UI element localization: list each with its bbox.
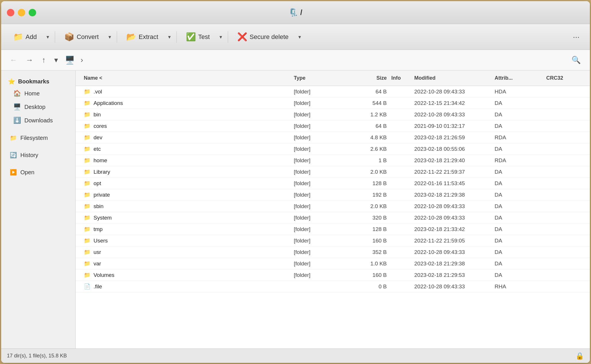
table-row[interactable]: 📁 System [folder] 320 B 2022-10-28 09:43… <box>76 212 590 224</box>
col-attrib[interactable]: Attrib... <box>492 73 544 83</box>
table-row[interactable]: 📁 .vol [folder] 64 B 2022-10-28 09:43:33… <box>76 86 590 97</box>
status-text: 17 dir(s), 1 file(s), 15.8 KB <box>7 353 67 359</box>
table-row[interactable]: 📁 dev [folder] 4.8 KB 2023-02-18 21:26:5… <box>76 132 590 143</box>
sidebar-item-downloads[interactable]: ⬇️ Downloads <box>3 114 74 127</box>
file-crc32-cell <box>544 125 584 127</box>
file-crc32-cell <box>544 217 584 219</box>
table-row[interactable]: 📁 cores [folder] 64 B 2021-09-10 01:32:1… <box>76 120 590 132</box>
sidebar-item-filesystem[interactable]: 📁 Filesystem <box>3 132 74 144</box>
file-attrib-cell: DA <box>492 214 544 222</box>
title-bar: 🗜️ / <box>1 1 590 24</box>
table-row[interactable]: 📁 private [folder] 192 B 2023-02-18 21:2… <box>76 189 590 201</box>
file-type-cell: [folder] <box>291 248 343 257</box>
folder-icon: 📁 <box>84 226 91 232</box>
back-button[interactable]: ← <box>7 53 20 67</box>
secure-delete-button[interactable]: ❌ Secure delete <box>232 29 294 44</box>
folder-icon: 📁 <box>84 249 91 255</box>
table-row[interactable]: 📁 sbin [folder] 2.0 KB 2022-10-28 09:43:… <box>76 201 590 212</box>
history-label: History <box>20 152 38 158</box>
sidebar-item-history[interactable]: 🔄 History <box>3 149 74 161</box>
col-size[interactable]: Size <box>343 73 389 83</box>
table-row[interactable]: 📁 Library [folder] 2.0 KB 2022-11-22 21:… <box>76 166 590 178</box>
file-size-cell: 2.0 KB <box>343 168 389 176</box>
extract-dropdown[interactable]: ▾ <box>166 31 172 43</box>
table-row[interactable]: 📁 usr [folder] 352 B 2022-10-28 09:43:33… <box>76 246 590 258</box>
add-button[interactable]: 📁 Add <box>8 29 42 44</box>
extract-button[interactable]: 📂 Extract <box>121 29 163 44</box>
table-row[interactable]: 📄 .file 0 B 2022-10-28 09:43:33 RHA <box>76 281 590 292</box>
search-button[interactable]: 🔍 <box>568 53 584 67</box>
file-crc32-cell <box>544 194 584 196</box>
file-attrib-cell: RHA <box>492 282 544 291</box>
table-row[interactable]: 📁 opt [folder] 128 B 2022-01-16 11:53:45… <box>76 178 590 189</box>
sidebar-item-home[interactable]: 🏠 Home <box>3 87 74 100</box>
table-row[interactable]: 📁 Applications [folder] 544 B 2022-12-15… <box>76 97 590 109</box>
col-info[interactable]: Info <box>389 73 412 83</box>
file-attrib-cell: DA <box>492 122 544 130</box>
file-name-cell: 📁 home <box>81 156 291 165</box>
forward-button[interactable]: → <box>23 53 36 67</box>
minimize-button[interactable] <box>18 9 25 16</box>
bookmarks-label: Bookmarks <box>18 78 49 85</box>
file-size-cell: 2.6 KB <box>343 145 389 153</box>
secure-delete-dropdown[interactable]: ▾ <box>297 31 303 43</box>
file-size-cell: 128 B <box>343 225 389 234</box>
file-name-text: System <box>94 215 112 221</box>
lock-icon: 🔒 <box>576 352 584 360</box>
file-modified-cell: 2022-11-22 21:59:37 <box>412 168 492 176</box>
file-size-cell: 192 B <box>343 191 389 199</box>
extract-icon: 📂 <box>126 32 136 42</box>
file-name-cell: 📁 Users <box>81 236 291 245</box>
table-row[interactable]: 📁 bin [folder] 1.2 KB 2022-10-28 09:43:3… <box>76 109 590 120</box>
file-size-cell: 160 B <box>343 236 389 245</box>
sidebar-item-desktop[interactable]: 🖥️ Desktop <box>3 100 74 113</box>
convert-button[interactable]: 📦 Convert <box>59 29 104 44</box>
col-type[interactable]: Type <box>291 73 343 83</box>
file-name-cell: 📁 System <box>81 213 291 222</box>
file-info-cell <box>389 274 412 276</box>
file-name-text: Applications <box>94 100 123 106</box>
computer-nav: 🖥️ <box>65 55 75 65</box>
file-attrib-cell: DA <box>492 191 544 199</box>
sidebar-item-open[interactable]: ▶️ Open <box>3 166 74 179</box>
more-button[interactable]: ··· <box>569 30 583 44</box>
table-row[interactable]: 📁 home [folder] 1 B 2023-02-18 21:29:40 … <box>76 155 590 166</box>
file-rows-container: 📁 .vol [folder] 64 B 2022-10-28 09:43:33… <box>76 86 590 292</box>
add-icon: 📁 <box>13 32 23 42</box>
file-crc32-cell <box>544 274 584 276</box>
col-name[interactable]: Name < <box>81 73 291 83</box>
add-dropdown[interactable]: ▾ <box>45 31 51 43</box>
maximize-button[interactable] <box>29 9 36 16</box>
file-modified-cell: 2023-02-18 21:29:38 <box>412 191 492 199</box>
file-info-cell <box>389 159 412 162</box>
up-button[interactable]: ↑ <box>39 53 48 67</box>
file-name-cell: 📁 var <box>81 259 291 268</box>
folder-icon: 📁 <box>84 88 91 95</box>
close-button[interactable] <box>7 9 14 16</box>
test-icon: ✅ <box>186 32 196 42</box>
table-row[interactable]: 📁 Users [folder] 160 B 2022-11-22 21:59:… <box>76 235 590 246</box>
test-dropdown[interactable]: ▾ <box>218 31 224 43</box>
forward-nav-button[interactable]: › <box>78 53 86 67</box>
table-row[interactable]: 📁 var [folder] 1.0 KB 2023-02-18 21:29:3… <box>76 258 590 269</box>
table-row[interactable]: 📁 etc [folder] 2.6 KB 2023-02-18 00:55:0… <box>76 143 590 155</box>
folder-icon: 📁 <box>84 111 91 118</box>
desktop-label: Desktop <box>24 104 45 110</box>
filesystem-label: Filesystem <box>20 135 48 141</box>
col-crc32[interactable]: CRC32 <box>544 73 584 83</box>
breadcrumb-dropdown[interactable]: ▾ <box>51 53 61 67</box>
file-type-cell <box>291 285 343 288</box>
file-type-cell: [folder] <box>291 236 343 245</box>
file-name-cell: 📁 Library <box>81 167 291 176</box>
test-button[interactable]: ✅ Test <box>181 29 215 44</box>
file-type-cell: [folder] <box>291 87 343 96</box>
folder-icon: 📁 <box>84 157 91 164</box>
table-row[interactable]: 📁 Volumes [folder] 160 B 2023-02-18 21:2… <box>76 269 590 281</box>
file-name-text: dev <box>94 134 102 141</box>
table-row[interactable]: 📁 tmp [folder] 128 B 2023-02-18 21:33:42… <box>76 224 590 235</box>
col-modified[interactable]: Modified <box>412 73 492 83</box>
open-icon: ▶️ <box>10 169 17 176</box>
convert-dropdown[interactable]: ▾ <box>107 31 113 43</box>
file-crc32-cell <box>544 251 584 253</box>
filesystem-section: 📁 Filesystem <box>1 132 75 144</box>
